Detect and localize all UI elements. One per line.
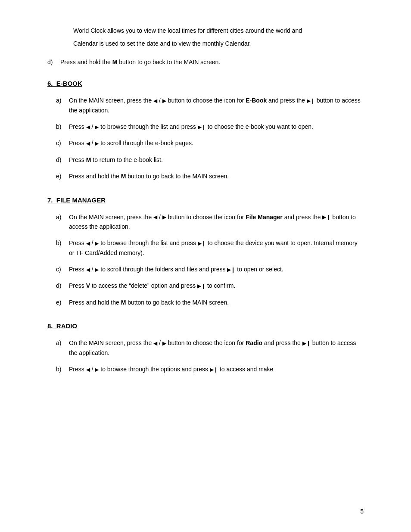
section-ebook-number: 6. xyxy=(47,80,56,87)
left-arrow-icon: ◀ xyxy=(153,97,157,105)
ebook-item-a-label: a) xyxy=(56,96,69,115)
right-arrow-icon: ▶ xyxy=(95,123,99,131)
filemanager-item-d-label: d) xyxy=(56,281,69,290)
filemanager-item-c-content: Press ◀ / ▶ to scroll through the folder… xyxy=(69,264,364,274)
ebook-item-d-label: d) xyxy=(56,155,69,165)
left-arrow-icon: ◀ xyxy=(86,240,90,248)
radio-item-a-content: On the MAIN screen, press the ◀ / ▶ butt… xyxy=(69,338,364,358)
right-arrow-icon: ▶ xyxy=(162,97,166,105)
radio-item-a-label: a) xyxy=(56,338,69,358)
section-ebook-heading: 6. E-BOOK xyxy=(47,80,364,87)
radio-item-a: a) On the MAIN screen, press the ◀ / ▶ b… xyxy=(56,338,364,358)
right-arrow-icon: ▶ xyxy=(162,213,166,221)
filemanager-item-b-content: Press ◀ / ▶ to browse through the list a… xyxy=(69,238,364,258)
ebook-item-d-content: Press M to return to the e-book list. xyxy=(69,155,364,165)
left-arrow-icon: ◀ xyxy=(86,123,90,131)
section-radio-number: 8. xyxy=(47,322,56,330)
intro-line1: World Clock allows you to view the local… xyxy=(73,26,364,35)
section-ebook-title: E-BOOK xyxy=(56,80,82,87)
filemanager-item-b-label: b) xyxy=(56,238,69,258)
ebook-item-e: e) Press and hold the M button to go bac… xyxy=(56,171,364,181)
play-pause-icon: ▶❙ xyxy=(227,266,235,274)
filemanager-item-e: e) Press and hold the M button to go bac… xyxy=(56,298,364,307)
right-arrow-icon: ▶ xyxy=(95,366,99,374)
filemanager-item-a-label: a) xyxy=(56,212,69,232)
section-filemanager: 7. FILE MANAGER a) On the MAIN screen, p… xyxy=(47,196,364,308)
radio-item-b-content: Press ◀ / ▶ to browse through the option… xyxy=(69,364,364,374)
filemanager-item-e-label: e) xyxy=(56,298,69,307)
left-arrow-icon: ◀ xyxy=(86,140,90,148)
play-pause-icon: ▶❙ xyxy=(307,97,315,105)
ebook-item-a-content: On the MAIN screen, press the ◀ / ▶ butt… xyxy=(69,96,364,115)
intro-item-d-label: d) xyxy=(47,57,60,67)
section-filemanager-title: FILE MANAGER xyxy=(56,196,106,204)
ebook-item-c: c) Press ◀ / ▶ to scroll through the e-b… xyxy=(56,138,364,148)
section-radio: 8. RADIO a) On the MAIN screen, press th… xyxy=(47,322,364,374)
ebook-item-d: d) Press M to return to the e-book list. xyxy=(56,155,364,165)
right-arrow-icon: ▶ xyxy=(95,140,99,148)
filemanager-item-c-label: c) xyxy=(56,264,69,274)
ebook-item-e-content: Press and hold the M button to go back t… xyxy=(69,171,364,181)
filemanager-item-c: c) Press ◀ / ▶ to scroll through the fol… xyxy=(56,264,364,274)
filemanager-item-b: b) Press ◀ / ▶ to browse through the lis… xyxy=(56,238,364,258)
right-arrow-icon: ▶ xyxy=(95,266,99,274)
filemanager-item-d: d) Press V to access the “delete” option… xyxy=(56,281,364,290)
ebook-item-b-content: Press ◀ / ▶ to browse through the list a… xyxy=(69,122,364,131)
play-pause-icon: ▶❙ xyxy=(210,366,218,374)
section-filemanager-heading: 7. FILE MANAGER xyxy=(47,196,364,204)
filemanager-item-a: a) On the MAIN screen, press the ◀ / ▶ b… xyxy=(56,212,364,232)
page: World Clock allows you to view the local… xyxy=(0,0,411,532)
section-radio-title: RADIO xyxy=(56,322,77,330)
right-arrow-icon: ▶ xyxy=(95,240,99,248)
filemanager-item-d-content: Press V to access the “delete” option an… xyxy=(69,281,364,290)
section-radio-items: a) On the MAIN screen, press the ◀ / ▶ b… xyxy=(56,338,364,374)
filemanager-item-a-content: On the MAIN screen, press the ◀ / ▶ butt… xyxy=(69,212,364,232)
section-radio-heading: 8. RADIO xyxy=(47,322,364,330)
intro-item-d: d) Press and hold the M button to go bac… xyxy=(47,57,364,67)
ebook-item-c-label: c) xyxy=(56,138,69,148)
play-pause-icon: ▶❙ xyxy=(302,339,311,348)
radio-item-b: b) Press ◀ / ▶ to browse through the opt… xyxy=(56,364,364,374)
ebook-item-c-content: Press ◀ / ▶ to scroll through the e-book… xyxy=(69,138,364,148)
intro-item-d-content: Press and hold the M button to go back t… xyxy=(60,57,364,67)
left-arrow-icon: ◀ xyxy=(153,213,157,221)
play-pause-icon: ▶❙ xyxy=(322,213,330,221)
play-pause-icon: ▶❙ xyxy=(198,240,206,248)
right-arrow-icon: ▶ xyxy=(162,339,166,348)
intro-line2: Calendar is used to set the date and to … xyxy=(73,39,364,48)
filemanager-item-e-content: Press and hold the M button to go back t… xyxy=(69,298,364,307)
play-pause-icon: ▶❙ xyxy=(198,123,206,131)
ebook-item-e-label: e) xyxy=(56,171,69,181)
section-filemanager-items: a) On the MAIN screen, press the ◀ / ▶ b… xyxy=(56,212,364,308)
section-filemanager-number: 7. xyxy=(47,196,56,204)
left-arrow-icon: ◀ xyxy=(86,366,90,374)
page-number: 5 xyxy=(360,508,364,515)
left-arrow-icon: ◀ xyxy=(153,339,157,348)
ebook-item-b: b) Press ◀ / ▶ to browse through the lis… xyxy=(56,122,364,131)
ebook-item-a: a) On the MAIN screen, press the ◀ / ▶ b… xyxy=(56,96,364,115)
radio-item-b-label: b) xyxy=(56,364,69,374)
play-pause-icon: ▶❙ xyxy=(197,282,206,290)
left-arrow-icon: ◀ xyxy=(86,266,90,274)
ebook-item-b-label: b) xyxy=(56,122,69,131)
section-ebook: 6. E-BOOK a) On the MAIN screen, press t… xyxy=(47,80,364,181)
section-ebook-items: a) On the MAIN screen, press the ◀ / ▶ b… xyxy=(56,96,364,181)
